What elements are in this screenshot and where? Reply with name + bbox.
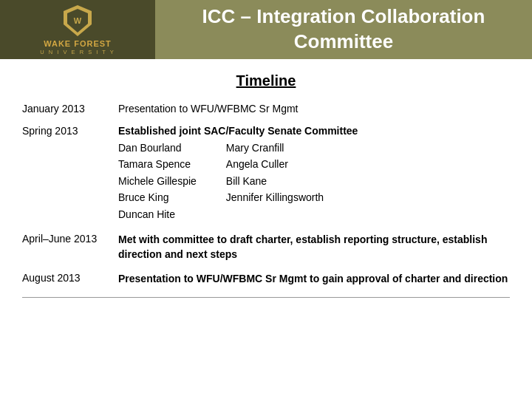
spring2013-main: Established joint SAC/Faculty Senate Com… [118,125,510,137]
logo-block: W WAKE FOREST U N I V E R S I T Y [40,4,115,55]
committee-member-5: Duncan Hite [118,206,197,222]
committee-member-1: Dan Bourland [118,140,197,156]
date-aug2013: August 2013 [22,272,118,287]
detail-text-jan2013: Presentation to WFU/WFBMC Sr Mgmt [118,103,298,115]
committee-col1: Dan Bourland Tamara Spence Michele Gille… [118,140,197,222]
committee-member-4: Bruce King [118,189,197,205]
committee-member-2: Tamara Spence [118,156,197,172]
committee-member-6: Mary Cranfill [226,140,324,156]
header: W WAKE FOREST U N I V E R S I T Y ICC – … [0,0,532,59]
detail-aprjun2013: Met with committee to draft charter, est… [118,233,510,262]
committee-columns: Dan Bourland Tamara Spence Michele Gille… [118,140,510,222]
main-content: Timeline January 2013 Presentation to WF… [0,59,532,305]
timeline-row-jan2013: January 2013 Presentation to WFU/WFBMC S… [22,103,510,115]
committee-col2: Mary Cranfill Angela Culler Bill Kane Je… [226,140,324,222]
committee-member-9: Jennifer Killingsworth [226,189,324,205]
date-aprjun2013: April–June 2013 [22,233,118,262]
svg-text:W: W [74,16,82,25]
title-line1: ICC – Integration Collaboration [202,5,485,27]
date-spring2013: Spring 2013 [22,125,118,222]
committee-member-3: Michele Gillespie [118,173,197,189]
committee-member-7: Angela Culler [226,156,324,172]
footer-divider [22,297,510,298]
timeline-heading: Timeline [22,72,510,89]
title-line2: Committee [294,30,393,52]
detail-aug2013: Presentation to WFU/WFBMC Sr Mgmt to gai… [118,272,510,287]
detail-jan2013: Presentation to WFU/WFBMC Sr Mgmt [118,103,510,115]
detail-text-aug2013: Presentation to WFU/WFBMC Sr Mgmt to gai… [118,273,508,284]
committee-member-8: Bill Kane [226,173,324,189]
detail-spring2013: Established joint SAC/Faculty Senate Com… [118,125,510,222]
timeline-row-spring2013: Spring 2013 Established joint SAC/Facult… [22,125,510,222]
detail-text-aprjun2013: Met with committee to draft charter, est… [118,233,487,260]
shield-icon: W [62,4,93,38]
timeline-row-aug2013: August 2013 Presentation to WFU/WFBMC Sr… [22,272,510,287]
logo-title: WAKE FOREST [44,39,112,49]
date-jan2013: January 2013 [22,103,118,115]
page-title: ICC – Integration Collaboration Committe… [202,4,485,55]
logo-area: W WAKE FOREST U N I V E R S I T Y [0,0,155,59]
logo-subtitle: U N I V E R S I T Y [40,49,115,55]
timeline-row-aprjun2013: April–June 2013 Met with committee to dr… [22,233,510,262]
title-area: ICC – Integration Collaboration Committe… [155,0,532,59]
